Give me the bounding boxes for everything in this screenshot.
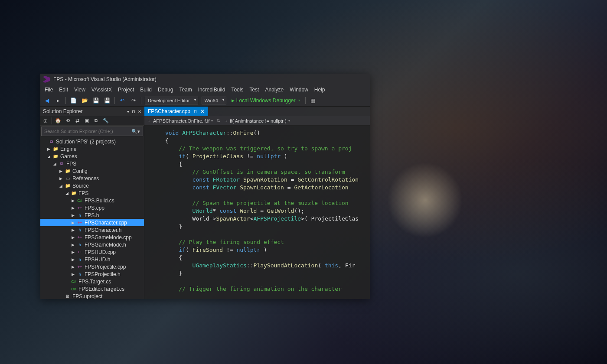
nav-scope-dropdown[interactable]: AFPSCharacter.OnFire.if.if bbox=[147, 118, 213, 124]
tree-file[interactable]: ▶hFPSGameMode.h bbox=[40, 241, 144, 248]
menu-file[interactable]: File bbox=[42, 86, 55, 94]
toolbar-extra-icon[interactable]: ▦ bbox=[309, 97, 317, 104]
menu-tools[interactable]: Tools bbox=[228, 86, 246, 94]
menu-project[interactable]: Project bbox=[115, 86, 137, 94]
solution-explorer-toolbar: ◎ 🏠 ⟲ ⇄ ▣ ⧉ 🔧 bbox=[40, 116, 144, 126]
solution-explorer-title: Solution Explorer ▾ ⊓ ✕ bbox=[40, 107, 144, 116]
se-scope-icon[interactable]: ⟲ bbox=[64, 117, 71, 124]
tree-file[interactable]: C#FPSEditor.Target.cs bbox=[40, 285, 144, 292]
solution-tree: ⧉Solution 'FPS' (2 projects) ▶📁Engine ◢📁… bbox=[40, 137, 144, 299]
menu-debug[interactable]: Debug bbox=[155, 86, 176, 94]
menu-incredibuild[interactable]: IncrediBuild bbox=[196, 86, 228, 94]
window-title: FPS - Microsoft Visual Studio (Administr… bbox=[53, 76, 157, 82]
vs-logo-icon bbox=[43, 76, 50, 83]
file-tab-active[interactable]: FPSCharacter.cpp ⊓ ✕ bbox=[144, 107, 208, 116]
solution-explorer-panel: Solution Explorer ▾ ⊓ ✕ ◎ 🏠 ⟲ ⇄ ▣ ⧉ 🔧 🔍 bbox=[40, 107, 144, 299]
menu-analyze[interactable]: Analyze bbox=[262, 86, 286, 94]
tree-source[interactable]: ◢📁Source bbox=[40, 182, 144, 189]
nav-fwd-icon[interactable]: ▸ bbox=[54, 97, 62, 104]
tree-file[interactable]: ▶C#FPS.Build.cs bbox=[40, 197, 144, 204]
solution-search[interactable]: 🔍▾ bbox=[41, 127, 143, 136]
undo-icon[interactable]: ↶ bbox=[118, 97, 126, 104]
save-icon[interactable]: 💾 bbox=[92, 97, 100, 104]
se-refresh-icon[interactable]: ⇄ bbox=[74, 117, 81, 124]
tree-file[interactable]: ▶++FPSHUD.cpp bbox=[40, 248, 144, 256]
tree-solution[interactable]: ⧉Solution 'FPS' (2 projects) bbox=[40, 138, 144, 145]
tree-fps-folder[interactable]: ◢📁FPS bbox=[40, 189, 144, 197]
tree-file[interactable]: ▶++FPSCharacter.cpp bbox=[40, 219, 144, 226]
panel-title-label: Solution Explorer bbox=[43, 108, 82, 114]
se-home-icon[interactable]: ◎ bbox=[42, 117, 49, 124]
tree-file[interactable]: ▶++FPSProjectile.cpp bbox=[40, 263, 144, 270]
se-showall-icon[interactable]: ⧉ bbox=[93, 117, 100, 124]
tree-file[interactable]: ▶hFPSCharacter.h bbox=[40, 226, 144, 234]
tree-file[interactable]: ▶hFPSHUD.h bbox=[40, 256, 144, 263]
tab-label: FPSCharacter.cpp bbox=[148, 108, 190, 114]
tree-references[interactable]: ▶▭References bbox=[40, 175, 144, 182]
editor-area: FPSCharacter.cpp ⊓ ✕ AFPSCharacter.OnFir… bbox=[144, 107, 370, 299]
panel-close-icon[interactable]: ✕ bbox=[138, 109, 141, 114]
menu-vassistx[interactable]: VAssistX bbox=[89, 86, 114, 94]
tree-file[interactable]: ▶hFPSProjectile.h bbox=[40, 270, 144, 278]
new-file-icon[interactable]: 📄 bbox=[69, 97, 77, 104]
menu-team[interactable]: Team bbox=[176, 86, 194, 94]
tree-file[interactable]: ▶++FPSGameMode.cpp bbox=[40, 234, 144, 241]
tree-file[interactable]: ▶hFPS.h bbox=[40, 211, 144, 219]
close-icon[interactable]: ✕ bbox=[200, 108, 205, 114]
start-debugger-button[interactable]: Local Windows Debugger bbox=[230, 97, 302, 104]
menu-window[interactable]: Window bbox=[287, 86, 311, 94]
nav-back-icon[interactable]: ◀ bbox=[43, 97, 51, 104]
solution-search-input[interactable] bbox=[42, 129, 129, 134]
menubar: File Edit View VAssistX Project Build De… bbox=[40, 85, 370, 94]
code-navbar: AFPSCharacter.OnFire.if.if ⇅ if( AnimIns… bbox=[144, 116, 370, 126]
tree-file[interactable]: C#FPS.Target.cs bbox=[40, 278, 144, 285]
menu-help[interactable]: Help bbox=[312, 86, 328, 94]
search-icon[interactable]: 🔍▾ bbox=[129, 129, 143, 134]
tree-uproject[interactable]: 🗎FPS.uproject bbox=[40, 292, 144, 299]
main-toolbar: ◀ ▸ 📄 📂 💾 💾 ↶ ↷ Development Editor Win64… bbox=[40, 94, 370, 107]
menu-view[interactable]: View bbox=[72, 86, 88, 94]
editor-tabstrip: FPSCharacter.cpp ⊓ ✕ bbox=[144, 107, 370, 116]
menu-test[interactable]: Test bbox=[247, 86, 261, 94]
save-all-icon[interactable]: 💾 bbox=[103, 97, 111, 104]
vs-window: FPS - Microsoft Visual Studio (Administr… bbox=[40, 74, 370, 299]
se-home-icon[interactable]: 🏠 bbox=[55, 117, 62, 124]
open-file-icon[interactable]: 📂 bbox=[81, 97, 88, 104]
tree-fps-project[interactable]: ◢⧉FPS bbox=[40, 160, 144, 167]
tree-engine[interactable]: ▶📁Engine bbox=[40, 145, 144, 153]
menu-edit[interactable]: Edit bbox=[56, 86, 71, 94]
tree-file[interactable]: ▶++FPS.cpp bbox=[40, 204, 144, 211]
tree-games[interactable]: ◢📁Games bbox=[40, 153, 144, 160]
panel-dropdown-icon[interactable]: ▾ bbox=[127, 109, 129, 114]
platform-dropdown[interactable]: Win64 bbox=[202, 97, 226, 104]
menu-build[interactable]: Build bbox=[137, 86, 154, 94]
se-properties-icon[interactable]: 🔧 bbox=[102, 117, 109, 124]
code-editor[interactable]: void AFPSCharacter::OnFire() { // The we… bbox=[144, 126, 370, 299]
redo-icon[interactable]: ↷ bbox=[130, 97, 137, 104]
panel-pin-icon[interactable]: ⊓ bbox=[132, 109, 135, 114]
se-collapse-icon[interactable]: ▣ bbox=[83, 117, 90, 124]
tree-config[interactable]: ▶📁Config bbox=[40, 167, 144, 175]
config-dropdown[interactable]: Development Editor bbox=[145, 97, 198, 104]
pin-icon[interactable]: ⊓ bbox=[194, 109, 197, 114]
nav-member-dropdown[interactable]: if( AnimInstance != nullptr ) bbox=[224, 118, 290, 124]
titlebar[interactable]: FPS - Microsoft Visual Studio (Administr… bbox=[40, 74, 370, 85]
